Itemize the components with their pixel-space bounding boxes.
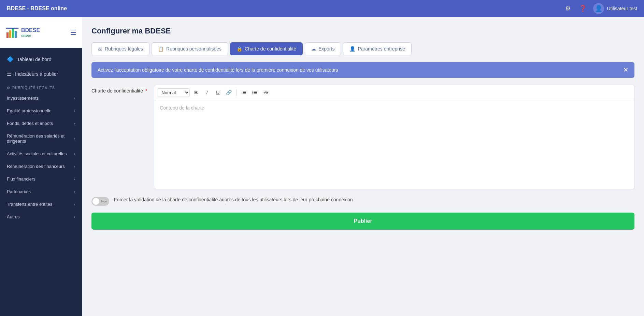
svg-rect-5 xyxy=(243,91,246,91)
italic-button[interactable]: I xyxy=(202,88,212,97)
rubriques-legales-section: ⚙ RUBRIQUES LÉGALES xyxy=(0,81,82,92)
item-label: Investissements xyxy=(7,96,39,101)
force-validation-toggle[interactable]: Non xyxy=(91,197,109,206)
item-label: Partenariats xyxy=(7,189,31,194)
sidebar-item-tableau-de-bord[interactable]: 🔷 Tableau de bord xyxy=(0,52,82,67)
toggle-off-label: Non xyxy=(101,200,108,203)
svg-point-15 xyxy=(253,92,254,93)
item-label: Fonds, dettes et impôts xyxy=(7,121,53,126)
tab-rubriques-legales[interactable]: ⚖ Rubriques légales xyxy=(91,42,149,55)
chevron-right-icon: › xyxy=(74,164,75,169)
tab-charte-confidentialite[interactable]: 🔒 Charte de confidentialité xyxy=(230,42,303,55)
topbar-icons: ⚙ ❓ 👤 Utilisateur test xyxy=(563,3,637,14)
charte-form-row: Charte de confidentialité * Normal Headi… xyxy=(91,85,634,189)
tab-label: Rubriques légales xyxy=(105,46,143,52)
svg-rect-3 xyxy=(15,31,17,38)
item-label: Autres xyxy=(7,214,20,219)
settings-icon[interactable]: ⚙ xyxy=(563,4,573,13)
svg-point-14 xyxy=(253,91,254,92)
alert-close-button[interactable]: ✕ xyxy=(623,67,628,73)
svg-rect-13 xyxy=(254,94,257,94)
force-validation-row: Non Forcer la validation de la charte de… xyxy=(91,196,634,206)
svg-rect-12 xyxy=(254,92,257,93)
chevron-right-icon: › xyxy=(74,109,75,113)
item-label: Activités sociales et culturelles xyxy=(7,151,67,156)
dashboard-icon: 🔷 xyxy=(7,56,14,62)
chevron-right-icon: › xyxy=(74,152,75,156)
alert-text: Activez l'acceptation obligatoire de vot… xyxy=(98,67,338,73)
unordered-list-button[interactable] xyxy=(250,88,260,97)
sidebar-item-indicateurs-a-publier[interactable]: ☰ Indicateurs à publier xyxy=(0,67,82,81)
chevron-right-icon: › xyxy=(74,121,75,126)
svg-rect-1 xyxy=(9,30,11,38)
charte-label: Charte de confidentialité * xyxy=(91,85,147,189)
publish-button[interactable]: Publier xyxy=(91,213,634,230)
item-label: Egalité professionnelle xyxy=(7,108,52,113)
sidebar-item-transferts-entites[interactable]: Transferts entre entités › xyxy=(0,198,82,211)
editor-content[interactable]: Contenu de la charte xyxy=(154,100,634,189)
main-content: Configurer ma BDESE ⚖ Rubriques légales … xyxy=(82,17,644,316)
chevron-right-icon: › xyxy=(74,96,75,101)
user-menu-button[interactable]: 👤 Utilisateur test xyxy=(593,3,637,14)
svg-rect-0 xyxy=(6,32,9,38)
label-text: Charte de confidentialité xyxy=(91,88,143,94)
user-avatar: 👤 xyxy=(593,3,604,14)
link-button[interactable]: 🔗 xyxy=(224,88,233,97)
svg-rect-4 xyxy=(6,28,18,29)
bold-button[interactable]: B xyxy=(191,88,201,97)
tab-rubriques-personnalisees[interactable]: 📋 Rubriques personnalisées xyxy=(152,42,228,55)
sidebar-item-flux-financiers[interactable]: Flux financiers › xyxy=(0,173,82,185)
toggle-description: Forcer la validation de la charte de con… xyxy=(114,196,353,203)
item-label: Rémunération des salariés et dirigeants xyxy=(7,133,74,144)
clear-format-button[interactable]: Tx xyxy=(261,88,271,97)
scale-icon: ⚖ xyxy=(98,46,102,52)
topbar: BDESE - BDESE online ⚙ ❓ 👤 Utilisateur t… xyxy=(0,0,644,17)
sidebar-item-autres[interactable]: Autres › xyxy=(0,211,82,223)
help-icon[interactable]: ❓ xyxy=(578,4,588,13)
sidebar-item-remuneration-financeurs[interactable]: Rémunération des financeurs › xyxy=(0,160,82,173)
svg-text:3: 3 xyxy=(242,93,243,95)
section-icon: ⚙ xyxy=(7,86,10,90)
svg-rect-2 xyxy=(12,28,14,38)
sidebar-logo: BDESE online ☰ xyxy=(0,17,82,48)
required-indicator: * xyxy=(145,88,147,94)
tab-parametres-entreprise[interactable]: 👤 Paramètres entreprise xyxy=(343,42,412,55)
tab-label: Rubriques personnalisées xyxy=(166,46,221,52)
chevron-right-icon: › xyxy=(74,189,75,194)
svg-rect-6 xyxy=(243,92,246,93)
format-select[interactable]: Normal Heading 1 Heading 2 xyxy=(158,88,190,97)
page-title: Configurer ma BDESE xyxy=(91,27,634,35)
sidebar-item-label: Tableau de bord xyxy=(17,57,51,62)
chevron-right-icon: › xyxy=(74,202,75,207)
tab-label: Exports xyxy=(318,46,334,52)
tab-exports[interactable]: ☁ Exports xyxy=(305,42,341,55)
item-label: Rémunération des financeurs xyxy=(7,164,65,169)
sidebar-item-investissements[interactable]: Investissements › xyxy=(0,92,82,104)
list-icon: ☰ xyxy=(7,71,12,77)
ordered-list-button[interactable]: 1 2 3 xyxy=(239,88,249,97)
sidebar-nav: 🔷 Tableau de bord ☰ Indicateurs à publie… xyxy=(0,48,82,227)
sidebar-item-fonds-dettes-impots[interactable]: Fonds, dettes et impôts › xyxy=(0,117,82,130)
cloud-icon: ☁ xyxy=(311,46,316,52)
sidebar-item-activites-sociales[interactable]: Activités sociales et culturelles › xyxy=(0,147,82,160)
sidebar: BDESE online ☰ 🔷 Tableau de bord ☰ Indic… xyxy=(0,17,82,316)
hamburger-icon[interactable]: ☰ xyxy=(70,28,76,37)
underline-button[interactable]: U xyxy=(213,88,223,97)
sidebar-item-label: Indicateurs à publier xyxy=(15,71,58,77)
sidebar-item-remuneration-salaries[interactable]: Rémunération des salariés et dirigeants … xyxy=(0,130,82,147)
tab-label: Charte de confidentialité xyxy=(245,46,296,52)
clipboard-icon: 📋 xyxy=(158,46,164,52)
sidebar-item-egalite-professionnelle[interactable]: Egalité professionnelle › xyxy=(0,104,82,117)
toggle-slider: Non xyxy=(91,197,109,206)
chevron-right-icon: › xyxy=(74,136,75,141)
logo-text: BDESE online xyxy=(21,27,40,38)
section-label-text: RUBRIQUES LÉGALES xyxy=(12,86,55,90)
user-icon: 👤 xyxy=(349,46,355,52)
user-label: Utilisateur test xyxy=(607,6,637,11)
toolbar-divider xyxy=(236,89,237,96)
tabs-bar: ⚖ Rubriques légales 📋 Rubriques personna… xyxy=(91,42,634,55)
chevron-right-icon: › xyxy=(74,177,75,182)
sidebar-item-partenariats[interactable]: Partenariats › xyxy=(0,185,82,198)
item-label: Transferts entre entités xyxy=(7,202,52,207)
alert-banner: Activez l'acceptation obligatoire de vot… xyxy=(91,62,634,78)
